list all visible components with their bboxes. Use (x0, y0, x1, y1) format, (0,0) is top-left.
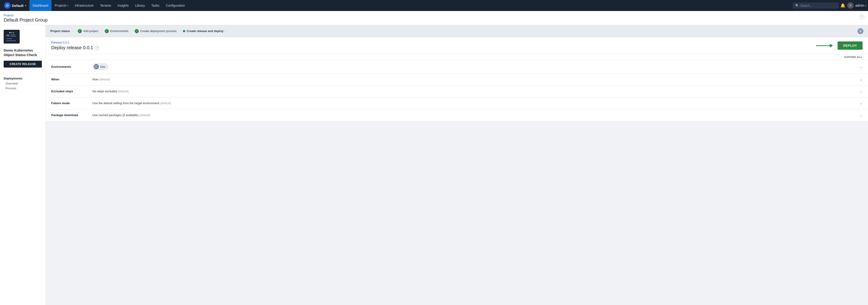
create-release-button[interactable]: CREATE RELEASE (4, 61, 42, 67)
wizard-dot-create-release (183, 30, 185, 32)
nav-tenants[interactable]: Tenants (97, 0, 114, 11)
wizard-active-chevron: › (225, 30, 226, 33)
field-row-environments: Environments Dev ⌄ (46, 60, 868, 74)
package-download-chevron[interactable]: ⌄ (860, 113, 863, 117)
nav-insights[interactable]: Insights (114, 0, 132, 11)
deployments-section-title: Deployments (4, 77, 42, 80)
main-content: Project status ✓ Add project ✓ Environme… (46, 25, 868, 305)
breadcrumb-projects[interactable]: Projects (4, 14, 13, 17)
wizard-step-environments[interactable]: ✓ Environments (101, 29, 131, 33)
environments-chevron[interactable]: ⌄ (860, 64, 863, 69)
nav-infrastructure[interactable]: Infrastructure (71, 0, 97, 11)
field-row-package-download: Package download Use cached packages (if… (46, 109, 868, 121)
search-box[interactable]: 🔍 Search... (793, 3, 838, 8)
wizard-step-add-project[interactable]: ✓ Add project (74, 29, 101, 33)
env-icon (94, 64, 99, 69)
nav-tasks[interactable]: Tasks (148, 0, 163, 11)
field-value-excluded-steps: No steps excluded (default) (92, 89, 857, 93)
wizard-close-button[interactable]: ✕ (858, 28, 863, 34)
field-label-package-download: Package download (51, 113, 92, 117)
brand-dropdown-arrow: ▾ (25, 4, 26, 7)
projects-dropdown-arrow: ▾ (67, 4, 68, 7)
bell-icon: 🔔 (840, 3, 845, 8)
deploy-arrow-indicator (816, 44, 833, 47)
release-title: Deploy release 0.0.1 ? (51, 45, 99, 50)
content-panel: Release 0.0.1 Deploy release 0.0.1 ? DEP… (46, 37, 868, 121)
field-label-excluded-steps: Excluded steps (51, 89, 92, 93)
page-header: Projects Default Project Group ? (0, 11, 868, 25)
wizard-check-add-project: ✓ (78, 29, 82, 33)
wizard-check-environments: ✓ (105, 29, 109, 33)
notifications-bell[interactable]: 🔔 (840, 3, 845, 8)
expand-all-row: EXPAND ALL (46, 54, 868, 60)
sidebar: Demo Kubernetes Object Status Check CREA… (0, 25, 46, 305)
arrow-line (816, 45, 830, 46)
arrow-head (830, 44, 833, 47)
top-navigation: O Default ▾ Dashboard Projects ▾ Infrast… (0, 0, 868, 11)
failure-mode-chevron[interactable]: ⌄ (860, 101, 863, 105)
wizard-step-create-release[interactable]: Create release and deploy › (180, 29, 229, 33)
wizard-step-deployment-process[interactable]: ✓ Create deployment process (131, 29, 180, 33)
env-badge-dev[interactable]: Dev (92, 63, 108, 70)
field-value-failure-mode: Use the default setting from the target … (92, 102, 857, 105)
nav-right-area: 🔍 Search... 🔔 A admin ▾ (793, 2, 866, 9)
field-value-when: Now (default) (92, 78, 857, 81)
user-menu[interactable]: A admin ▾ (847, 2, 866, 9)
page-help-icon[interactable]: ? (859, 14, 864, 19)
when-chevron[interactable]: ⌄ (860, 77, 863, 82)
brand-name: Default (12, 4, 24, 7)
field-row-when: When Now (default) ⌄ (46, 74, 868, 85)
expand-all-button[interactable]: EXPAND ALL (844, 56, 863, 58)
field-value-package-download: Use cached packages (if available) (defa… (92, 113, 857, 117)
page-title: Default Project Group (4, 18, 48, 23)
project-name: Demo Kubernetes Object Status Check (4, 48, 42, 57)
release-actions: DEPLOY (816, 41, 863, 50)
nav-dashboard[interactable]: Dashboard (30, 0, 52, 11)
sidebar-item-overview[interactable]: Overview (4, 81, 42, 86)
nav-configuration[interactable]: Configuration (162, 0, 188, 11)
release-help-icon[interactable]: ? (95, 46, 99, 50)
field-label-failure-mode: Failure mode (51, 102, 92, 105)
field-label-environments: Environments (51, 65, 92, 68)
brand-logo-area[interactable]: O Default ▾ (2, 0, 28, 11)
release-title-area: Release 0.0.1 Deploy release 0.0.1 ? (51, 41, 99, 50)
nav-library[interactable]: Library (132, 0, 148, 11)
avatar: A (847, 2, 854, 9)
release-header: Release 0.0.1 Deploy release 0.0.1 ? DEP… (46, 37, 868, 54)
field-row-failure-mode: Failure mode Use the default setting fro… (46, 97, 868, 109)
nav-projects[interactable]: Projects ▾ (52, 0, 71, 11)
sidebar-item-process[interactable]: Process (4, 86, 42, 91)
project-icon (4, 30, 20, 44)
brand-logo: O (4, 2, 10, 9)
wizard-check-deployment-process: ✓ (135, 29, 139, 33)
search-icon: 🔍 (795, 4, 799, 7)
field-value-environments: Dev (92, 63, 857, 70)
excluded-steps-chevron[interactable]: ⌄ (860, 89, 863, 93)
user-dropdown-arrow: ▾ (865, 4, 866, 7)
main-layout: Demo Kubernetes Object Status Check CREA… (0, 25, 868, 305)
field-row-excluded-steps: Excluded steps No steps excluded (defaul… (46, 85, 868, 97)
field-label-when: When (51, 78, 92, 81)
wizard-bar: Project status ✓ Add project ✓ Environme… (46, 25, 868, 37)
deploy-button[interactable]: DEPLOY (838, 41, 863, 50)
wizard-title: Project status (50, 29, 70, 33)
release-link[interactable]: Release 0.0.1 (51, 41, 99, 44)
